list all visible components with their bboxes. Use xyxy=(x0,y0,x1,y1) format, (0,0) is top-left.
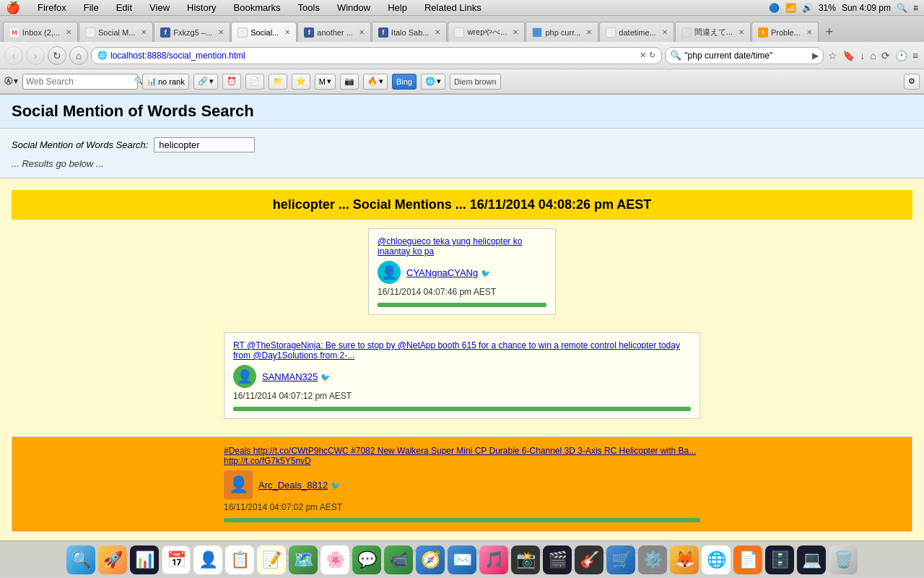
dock-sublime[interactable]: 📄 xyxy=(733,545,762,574)
dock-systemprefs[interactable]: ⚙️ xyxy=(638,545,667,574)
tweet-username-1[interactable]: CYANgnaCYANg xyxy=(406,267,478,278)
toolbar-btn-4[interactable]: 📁 xyxy=(269,74,287,90)
menu-view[interactable]: View xyxy=(147,1,173,14)
tweet-link-3[interactable]: #Deals http://t.co/CWtP9hcCWC #7082 New … xyxy=(224,446,700,466)
close-tab-proble[interactable]: ✕ xyxy=(806,28,812,36)
dock-chrome[interactable]: 🌐 xyxy=(702,545,731,574)
tweet-username-2[interactable]: SANMAN325 xyxy=(262,371,318,382)
browser-search-input[interactable] xyxy=(684,51,809,61)
menu-history[interactable]: History xyxy=(184,1,219,14)
dock-imovie[interactable]: 🎬 xyxy=(543,545,572,574)
menu-window[interactable]: Window xyxy=(334,1,373,14)
home-button[interactable]: ⌂ xyxy=(69,46,88,65)
menu-tools[interactable]: Tools xyxy=(295,1,323,14)
close-tab-datetime[interactable]: ✕ xyxy=(662,28,668,36)
dock-reminders[interactable]: 📋 xyxy=(225,545,254,574)
reload-button[interactable]: ↻ xyxy=(48,46,66,65)
toolbar-search-input[interactable] xyxy=(26,77,134,87)
tab-php[interactable]: php curr... ✕ xyxy=(526,22,598,42)
close-tab-fb2[interactable]: ✕ xyxy=(359,28,365,36)
dock-notes[interactable]: 📝 xyxy=(257,545,286,574)
dock-mail[interactable]: ✉️ xyxy=(448,545,476,574)
toolbar-search-box[interactable]: 🔍 ▾ xyxy=(22,74,138,90)
close-tab-social1[interactable]: ✕ xyxy=(141,28,147,36)
toolbar-btn-6-dropdown[interactable]: ▾ xyxy=(327,77,331,86)
forward-button[interactable]: › xyxy=(26,46,45,65)
browser-search-bar[interactable]: 🔍 ▶ xyxy=(665,47,824,64)
url-go-icon[interactable]: ↻ xyxy=(649,51,655,60)
dock-firefox[interactable]: 🦊 xyxy=(670,545,699,574)
tab-kan[interactable]: 間違えて... ✕ xyxy=(675,22,751,42)
diem-brown-button[interactable]: Diem brown xyxy=(450,74,501,90)
search-menu-icon[interactable]: 🔍 xyxy=(897,3,907,13)
dock-iphoto[interactable]: 📸 xyxy=(511,545,540,574)
tab-fb2[interactable]: f another ... ✕ xyxy=(297,22,371,42)
search-go-button[interactable]: ▶ xyxy=(812,51,819,61)
tab-gmail[interactable]: M Inbox (2,... ✕ xyxy=(3,22,78,42)
menu-firefox[interactable]: Firefox xyxy=(35,1,69,14)
bing-button[interactable]: Bing xyxy=(392,74,417,90)
close-tab-social2[interactable]: ✕ xyxy=(284,28,290,36)
tab-wrep[interactable]: wrepやべ... ✕ xyxy=(448,22,525,42)
menu-nav-icon[interactable]: ≡ xyxy=(911,48,920,63)
close-tab-gmail[interactable]: ✕ xyxy=(66,28,71,36)
close-tab-fb1[interactable]: ✕ xyxy=(218,28,224,36)
history-nav-icon[interactable]: 🕐 xyxy=(894,48,909,63)
dock-sequel[interactable]: 🗄️ xyxy=(765,545,794,574)
sync-icon[interactable]: ⟳ xyxy=(880,48,892,63)
menu-help[interactable]: Help xyxy=(385,1,410,14)
toolbar-btn-9[interactable]: 🌐 ▾ xyxy=(421,74,445,90)
toolbar-btn-8[interactable]: 🔥 ▾ xyxy=(363,74,388,90)
bookmark-icon[interactable]: 🔖 xyxy=(841,48,856,63)
tab-proble[interactable]: ! Proble... ✕ xyxy=(751,22,819,42)
close-tab-kan[interactable]: ✕ xyxy=(738,28,744,36)
menu-related-links[interactable]: Related Links xyxy=(422,1,484,14)
toolbar-btn-3[interactable]: 📄 xyxy=(245,74,264,90)
dock-finder[interactable]: 🔍 xyxy=(66,545,95,574)
search-form-input[interactable] xyxy=(154,137,255,152)
toolbar-btn-6[interactable]: M ▾ xyxy=(315,74,336,90)
tab-fb1[interactable]: f Fxkzg5 –... ✕ xyxy=(154,22,230,42)
dock-safari[interactable]: 🧭 xyxy=(416,545,445,574)
close-tab-wrep[interactable]: ✕ xyxy=(513,28,518,36)
dock-garage[interactable]: 🎸 xyxy=(575,545,603,574)
dock-appstore[interactable]: 🛒 xyxy=(606,545,635,574)
home-nav-icon[interactable]: ⌂ xyxy=(868,48,877,63)
menu-bookmarks[interactable]: Bookmarks xyxy=(231,1,284,14)
dock-trash[interactable]: 🗑️ xyxy=(829,545,858,574)
toolbar-btn-1[interactable]: 🔗 ▾ xyxy=(193,74,218,90)
dock-dashboard[interactable]: 📊 xyxy=(130,545,159,574)
dock-facetime[interactable]: 📹 xyxy=(384,545,413,574)
toolbar-btn-2[interactable]: ⏰ xyxy=(222,74,241,90)
toolbar-btn-1-dropdown[interactable]: ▾ xyxy=(209,77,214,86)
dock-maps[interactable]: 🗺️ xyxy=(289,545,318,574)
tab-italo[interactable]: f Italo Sab... ✕ xyxy=(372,22,448,42)
dock-contacts[interactable]: 👤 xyxy=(193,545,222,574)
back-button[interactable]: ‹ xyxy=(4,46,23,65)
toolbar-btn-9-dropdown[interactable]: ▾ xyxy=(437,77,441,86)
tab-datetime[interactable]: datetime... ✕ xyxy=(599,22,674,42)
new-tab-button[interactable]: + xyxy=(819,22,840,42)
bookmark-star-icon[interactable]: ☆ xyxy=(827,48,839,63)
dock-calendar[interactable]: 📅 xyxy=(162,545,191,574)
dock-photos[interactable]: 🌸 xyxy=(321,545,349,574)
download-icon[interactable]: ↓ xyxy=(858,48,866,63)
url-bar[interactable]: 🌐 localhost:8888/social_mention.html ✕ ↻ xyxy=(91,47,662,64)
url-refresh-icon[interactable]: ✕ xyxy=(640,51,646,60)
list-icon[interactable]: ≡ xyxy=(913,3,918,13)
dock-terminal[interactable]: 💻 xyxy=(797,545,826,574)
tweet-username-3[interactable]: Arc_Deals_8812 xyxy=(258,480,328,491)
dock-messages[interactable]: 💬 xyxy=(352,545,381,574)
no-rank-button[interactable]: 📊 no rank xyxy=(142,74,189,90)
toolbar-btn-7[interactable]: 📷 xyxy=(340,74,359,90)
menu-file[interactable]: File xyxy=(81,1,102,14)
apple-menu[interactable]: 🍎 xyxy=(6,1,20,14)
toolbar-btn-5[interactable]: ⭐ xyxy=(292,74,310,90)
menu-edit[interactable]: Edit xyxy=(113,1,135,14)
toolbar-btn-8-dropdown[interactable]: ▾ xyxy=(379,77,383,86)
close-tab-php[interactable]: ✕ xyxy=(586,28,592,36)
dock-music[interactable]: 🎵 xyxy=(479,545,508,574)
tab-social2[interactable]: Social... ✕ xyxy=(231,22,297,42)
dock-launchpad[interactable]: 🚀 xyxy=(98,545,127,574)
tab-social1[interactable]: Social M... ✕ xyxy=(79,22,153,42)
